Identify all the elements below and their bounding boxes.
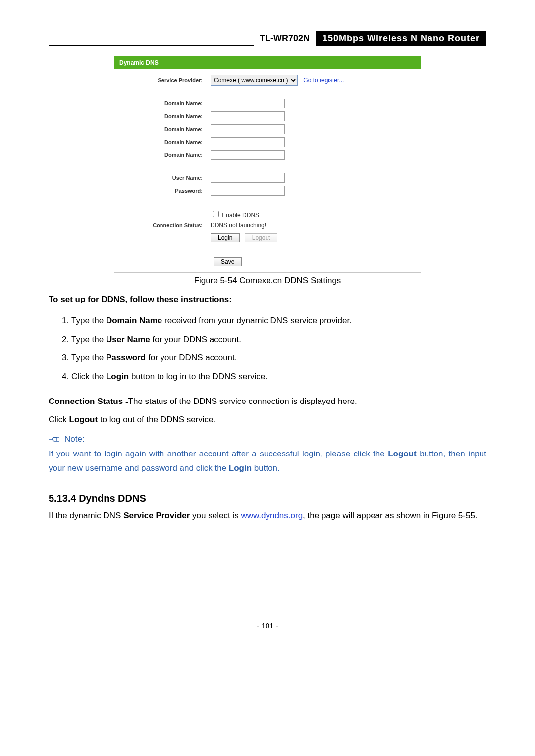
dyndns-link[interactable]: www.dyndns.org — [241, 511, 303, 520]
list-item: Click the Login button to log in to the … — [71, 367, 486, 386]
label-password: Password: — [114, 184, 209, 197]
label-domain-name: Domain Name: — [114, 123, 209, 136]
label-domain-name: Domain Name: — [114, 136, 209, 149]
domain-name-input-3[interactable] — [211, 124, 285, 134]
section-heading: 5.13.4 Dyndns DDNS — [49, 493, 486, 504]
product-name: 150Mbps Wireless N Nano Router — [316, 31, 486, 46]
note-heading-text: Note: — [64, 434, 85, 444]
enable-ddns-label[interactable]: Enable DDNS — [211, 212, 259, 219]
list-item: Type the Domain Name received from your … — [71, 311, 486, 330]
label-domain-name: Domain Name: — [114, 110, 209, 123]
ddns-settings-panel: Dynamic DNS Service Provider: Comexe ( w… — [114, 56, 421, 273]
logout-button[interactable]: Logout — [245, 233, 278, 242]
domain-name-input-5[interactable] — [211, 150, 285, 160]
label-domain-name: Domain Name: — [114, 97, 209, 110]
figure-caption: Figure 5-54 Comexe.cn DDNS Settings — [49, 276, 486, 286]
label-service-provider: Service Provider: — [114, 73, 209, 87]
go-to-register-link[interactable]: Go to register... — [303, 77, 344, 84]
page-number: - 101 - — [49, 621, 486, 630]
password-input[interactable] — [211, 186, 285, 196]
domain-name-input-2[interactable] — [211, 111, 285, 121]
connection-status-explain: Connection Status -The status of the DDN… — [49, 395, 486, 408]
note-heading: Note: — [49, 434, 486, 444]
label-connection-status: Connection Status: — [114, 220, 209, 230]
save-button[interactable]: Save — [214, 257, 242, 266]
user-name-input[interactable] — [211, 173, 285, 183]
pointing-hand-icon — [49, 435, 59, 443]
enable-ddns-text: Enable DDNS — [222, 212, 259, 219]
logout-explain: Click Logout to log out of the DDNS serv… — [49, 413, 486, 426]
login-button[interactable]: Login — [211, 233, 240, 242]
connection-status-text: DDNS not launching! — [211, 222, 266, 229]
instructions-lead: To set up for DDNS, follow these instruc… — [49, 295, 486, 304]
service-provider-select[interactable]: Comexe ( www.comexe.cn ) — [211, 75, 298, 86]
domain-name-input-4[interactable] — [211, 137, 285, 147]
enable-ddns-checkbox[interactable] — [213, 211, 219, 217]
list-item: Type the User Name for your DDNS account… — [71, 330, 486, 349]
note-body: If you want to login again with another … — [49, 447, 486, 476]
list-item: Type the Password for your DDNS account. — [71, 349, 486, 367]
section-body: If the dynamic DNS Service Provider you … — [49, 509, 486, 522]
domain-name-input-1[interactable] — [211, 99, 285, 108]
instructions-list: Type the Domain Name received from your … — [49, 311, 486, 386]
header-rule: TL-WR702N 150Mbps Wireless N Nano Router — [49, 45, 486, 46]
label-user-name: User Name: — [114, 171, 209, 184]
header-strip: TL-WR702N 150Mbps Wireless N Nano Router — [254, 31, 486, 46]
label-domain-name: Domain Name: — [114, 149, 209, 161]
model-number: TL-WR702N — [254, 31, 316, 46]
panel-title: Dynamic DNS — [114, 56, 421, 69]
